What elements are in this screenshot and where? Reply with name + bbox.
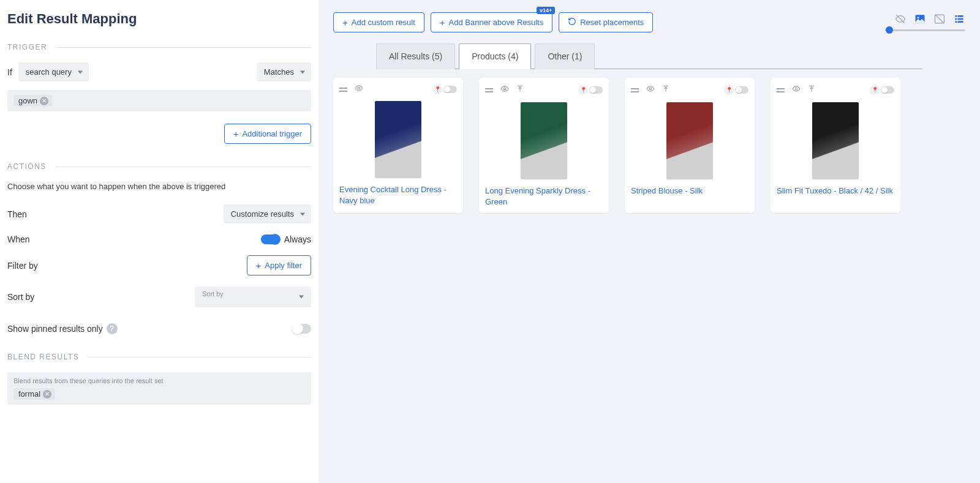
- eye-icon[interactable]: [353, 84, 364, 95]
- move-top-icon[interactable]: [516, 84, 524, 96]
- hide-icon[interactable]: [894, 13, 907, 24]
- reset-placements-button[interactable]: Reset placements: [559, 12, 653, 32]
- add-custom-result-button[interactable]: + Add custom result: [333, 12, 424, 32]
- remove-tag-icon[interactable]: ✕: [43, 390, 51, 399]
- move-top-icon[interactable]: [808, 84, 815, 96]
- svg-point-15: [649, 88, 652, 90]
- then-label: Then: [7, 209, 27, 219]
- drag-icon[interactable]: [631, 88, 639, 92]
- drag-icon[interactable]: [485, 88, 493, 92]
- blend-tag: formal ✕: [13, 388, 55, 400]
- svg-rect-10: [957, 21, 963, 23]
- tab[interactable]: Other (1): [535, 43, 595, 69]
- product-card: 📍Long Evening Sparkly Dress - Green: [479, 78, 609, 213]
- svg-rect-6: [957, 15, 963, 17]
- product-title[interactable]: Striped Blouse - Silk: [631, 185, 748, 197]
- pin-toggle[interactable]: 📍: [432, 84, 457, 94]
- svg-line-4: [935, 15, 944, 23]
- add-custom-label: Add custom result: [352, 18, 415, 27]
- then-dropdown[interactable]: Customize results: [224, 204, 311, 223]
- trigger-tags-box[interactable]: gown ✕: [7, 90, 311, 111]
- image-off-icon[interactable]: [933, 13, 946, 24]
- add-banner-button[interactable]: + Add Banner above Results: [431, 12, 552, 32]
- blend-tag-text: formal: [18, 389, 40, 399]
- plus-icon: +: [233, 129, 239, 139]
- svg-point-18: [795, 88, 797, 90]
- product-title[interactable]: Long Evening Sparkly Dress - Green: [485, 185, 603, 207]
- when-toggle[interactable]: [261, 234, 279, 244]
- product-card: 📍Evening Cocktail Long Dress - Navy blue: [333, 78, 463, 213]
- drag-icon[interactable]: [777, 88, 785, 92]
- additional-trigger-label: Additional trigger: [242, 129, 302, 138]
- svg-rect-9: [955, 21, 957, 23]
- product-card: 📍Striped Blouse - Silk: [625, 78, 755, 213]
- list-icon[interactable]: [953, 13, 965, 24]
- blend-desc: Blend results from these queries into th…: [13, 377, 305, 384]
- tab[interactable]: All Results (5): [376, 43, 455, 69]
- reset-icon: [568, 17, 576, 28]
- query-type-dropdown[interactable]: search query: [18, 62, 89, 81]
- plus-icon: +: [342, 17, 348, 28]
- move-top-icon[interactable]: [662, 84, 669, 96]
- pin-toggle[interactable]: 📍: [724, 85, 748, 95]
- svg-rect-8: [957, 18, 963, 20]
- add-banner-label: Add Banner above Results: [449, 18, 544, 27]
- apply-filter-button[interactable]: + Apply filter: [247, 255, 311, 275]
- trigger-tag-text: gown: [18, 96, 37, 105]
- eye-icon[interactable]: [499, 84, 510, 95]
- tab[interactable]: Products (4): [459, 43, 531, 69]
- when-value: Always: [284, 234, 311, 244]
- when-label: When: [7, 234, 30, 244]
- reset-label: Reset placements: [580, 18, 644, 27]
- product-title[interactable]: Evening Cocktail Long Dress - Navy blue: [339, 184, 457, 206]
- svg-rect-7: [955, 18, 957, 20]
- svg-point-2: [918, 17, 919, 18]
- filter-label: Filter by: [7, 261, 38, 271]
- drag-icon[interactable]: [339, 88, 347, 92]
- plus-icon: +: [256, 260, 262, 271]
- section-blend: BLEND RESULTS: [7, 353, 311, 361]
- apply-filter-label: Apply filter: [265, 261, 302, 270]
- remove-tag-icon[interactable]: ✕: [40, 97, 48, 105]
- section-actions: ACTIONS: [7, 162, 311, 171]
- zoom-slider[interactable]: [886, 29, 965, 31]
- additional-trigger-button[interactable]: + Additional trigger: [224, 124, 311, 144]
- image-icon[interactable]: [914, 13, 926, 24]
- if-label: If: [7, 67, 12, 77]
- pinned-toggle[interactable]: [293, 324, 311, 334]
- svg-point-11: [358, 87, 360, 89]
- page-title: Edit Result Mapping: [7, 11, 311, 27]
- eye-icon[interactable]: [791, 84, 802, 95]
- eye-icon[interactable]: [645, 84, 656, 95]
- plus-icon: +: [440, 17, 445, 28]
- match-dropdown[interactable]: Matches: [257, 62, 311, 81]
- blend-box[interactable]: Blend results from these queries into th…: [7, 372, 311, 405]
- sort-label: Sort by: [7, 292, 34, 302]
- svg-point-12: [503, 88, 506, 90]
- pin-toggle[interactable]: 📍: [578, 85, 603, 95]
- sort-dropdown[interactable]: Sort by: [195, 286, 311, 307]
- product-title[interactable]: Slim Fit Tuxedo - Black / 42 / Silk: [777, 185, 894, 197]
- trigger-tag: gown ✕: [13, 95, 52, 107]
- actions-help-text: Choose what you want to happen when the …: [7, 182, 311, 191]
- version-badge: v14+: [537, 7, 555, 14]
- pin-toggle[interactable]: 📍: [870, 85, 894, 95]
- product-card: 📍Slim Fit Tuxedo - Black / 42 / Silk: [771, 78, 900, 213]
- section-trigger: TRIGGER: [7, 43, 311, 51]
- svg-rect-5: [955, 15, 957, 17]
- help-icon[interactable]: ?: [107, 323, 118, 334]
- pinned-label: Show pinned results only: [7, 324, 103, 334]
